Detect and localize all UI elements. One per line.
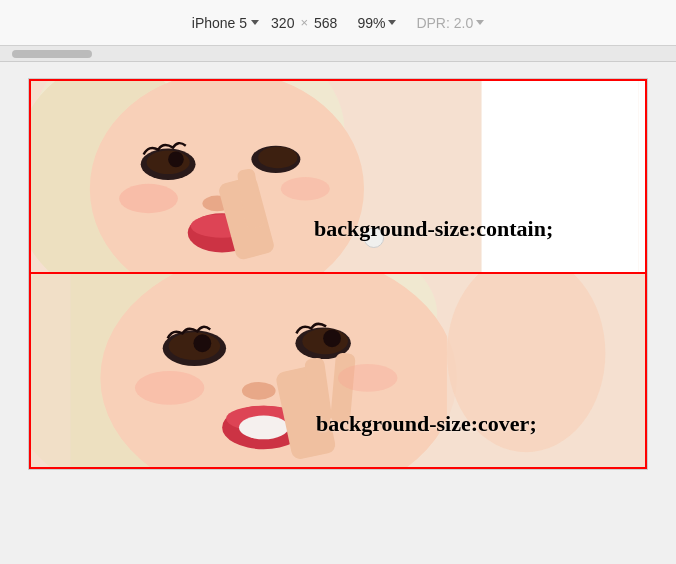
zoom-selector[interactable]: 99% (357, 15, 396, 31)
svg-point-31 (239, 416, 289, 440)
device-name: iPhone 5 (192, 15, 247, 31)
dpr-value: DPR: 2.0 (416, 15, 473, 31)
horizontal-scrollbar[interactable] (0, 46, 676, 62)
device-selector[interactable]: iPhone 5 (192, 15, 259, 31)
svg-point-24 (193, 334, 211, 352)
svg-point-36 (135, 371, 204, 405)
zoom-dropdown-icon[interactable] (388, 20, 396, 25)
cover-demo: background-size:cover; (29, 274, 647, 469)
main-content: background-size:contain; (0, 62, 676, 564)
device-frame: background-size:contain; (28, 78, 648, 470)
dpr-selector[interactable]: DPR: 2.0 (416, 15, 484, 31)
zoom-value: 99% (357, 15, 385, 31)
device-dropdown-icon[interactable] (251, 20, 259, 25)
contain-demo: background-size:contain; (29, 79, 647, 274)
contain-label: background-size:contain; (314, 216, 553, 242)
svg-point-28 (242, 382, 276, 400)
scrollbar-thumb[interactable] (12, 50, 92, 58)
x-separator: × (300, 15, 308, 30)
svg-point-16 (119, 184, 178, 213)
svg-point-27 (323, 329, 341, 347)
width-value: 320 (271, 15, 294, 31)
svg-rect-35 (31, 274, 71, 467)
contain-photo (31, 81, 645, 272)
dpr-dropdown-icon[interactable] (476, 20, 484, 25)
dimensions-display: 320 × 568 (271, 15, 337, 31)
cover-photo (31, 274, 645, 467)
svg-rect-14 (482, 81, 639, 272)
svg-point-8 (258, 147, 297, 169)
svg-point-17 (281, 177, 330, 201)
device-toolbar: iPhone 5 320 × 568 99% DPR: 2.0 (0, 0, 676, 46)
svg-point-6 (168, 152, 184, 168)
cover-label: background-size:cover; (316, 411, 537, 437)
height-value: 568 (314, 15, 337, 31)
svg-point-37 (338, 364, 397, 392)
